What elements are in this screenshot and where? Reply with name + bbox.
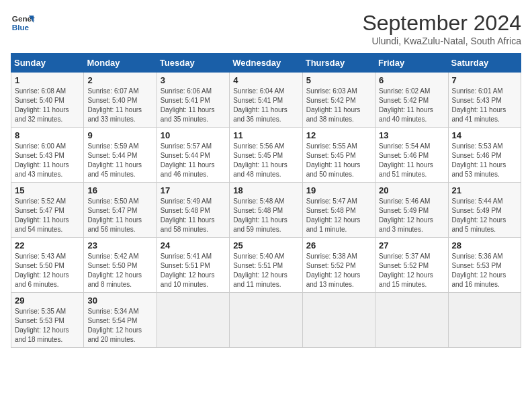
empty-day — [448, 293, 521, 348]
week-row-1: 1Sunrise: 6:08 AMSunset: 5:40 PMDaylight… — [11, 73, 521, 128]
week-row-4: 22Sunrise: 5:43 AMSunset: 5:50 PMDayligh… — [11, 238, 521, 293]
week-row-3: 15Sunrise: 5:52 AMSunset: 5:47 PMDayligh… — [11, 183, 521, 238]
day-28: 28Sunrise: 5:36 AMSunset: 5:53 PMDayligh… — [448, 238, 521, 293]
empty-day — [302, 293, 375, 348]
day-3: 3Sunrise: 6:06 AMSunset: 5:41 PMDaylight… — [157, 73, 229, 128]
page-title: September 2024 — [362, 11, 521, 36]
day-7: 7Sunrise: 6:01 AMSunset: 5:43 PMDaylight… — [448, 73, 521, 128]
header-tuesday: Tuesday — [157, 54, 229, 73]
page-header: General Blue September 2024 Ulundi, KwaZ… — [11, 11, 521, 46]
header-saturday: Saturday — [448, 54, 521, 73]
day-6: 6Sunrise: 6:02 AMSunset: 5:42 PMDaylight… — [375, 73, 448, 128]
calendar-table: Sunday Monday Tuesday Wednesday Thursday… — [11, 53, 521, 348]
day-1: 1Sunrise: 6:08 AMSunset: 5:40 PMDaylight… — [11, 73, 84, 128]
week-row-2: 8Sunrise: 6:00 AMSunset: 5:43 PMDaylight… — [11, 128, 521, 183]
day-10: 10Sunrise: 5:57 AMSunset: 5:44 PMDayligh… — [157, 128, 229, 183]
day-18: 18Sunrise: 5:48 AMSunset: 5:48 PMDayligh… — [230, 183, 302, 238]
day-23: 23Sunrise: 5:42 AMSunset: 5:50 PMDayligh… — [84, 238, 157, 293]
day-12: 12Sunrise: 5:55 AMSunset: 5:45 PMDayligh… — [302, 128, 375, 183]
day-17: 17Sunrise: 5:49 AMSunset: 5:48 PMDayligh… — [157, 183, 229, 238]
header-monday: Monday — [84, 54, 157, 73]
empty-day — [157, 293, 229, 348]
day-19: 19Sunrise: 5:47 AMSunset: 5:48 PMDayligh… — [302, 183, 375, 238]
svg-text:Blue: Blue — [12, 23, 30, 32]
title-area: September 2024 Ulundi, KwaZulu-Natal, So… — [362, 11, 521, 46]
day-9: 9Sunrise: 5:59 AMSunset: 5:44 PMDaylight… — [84, 128, 157, 183]
day-26: 26Sunrise: 5:38 AMSunset: 5:52 PMDayligh… — [302, 238, 375, 293]
day-16: 16Sunrise: 5:50 AMSunset: 5:47 PMDayligh… — [84, 183, 157, 238]
day-20: 20Sunrise: 5:46 AMSunset: 5:49 PMDayligh… — [375, 183, 448, 238]
header-friday: Friday — [375, 54, 448, 73]
day-2: 2Sunrise: 6:07 AMSunset: 5:40 PMDaylight… — [84, 73, 157, 128]
week-row-5: 29Sunrise: 5:35 AMSunset: 5:53 PMDayligh… — [11, 293, 521, 348]
empty-day — [230, 293, 302, 348]
header-thursday: Thursday — [302, 54, 375, 73]
header-sunday: Sunday — [11, 54, 84, 73]
day-15: 15Sunrise: 5:52 AMSunset: 5:47 PMDayligh… — [11, 183, 84, 238]
day-27: 27Sunrise: 5:37 AMSunset: 5:52 PMDayligh… — [375, 238, 448, 293]
day-13: 13Sunrise: 5:54 AMSunset: 5:46 PMDayligh… — [375, 128, 448, 183]
page-subtitle: Ulundi, KwaZulu-Natal, South Africa — [362, 36, 521, 46]
day-11: 11Sunrise: 5:56 AMSunset: 5:45 PMDayligh… — [230, 128, 302, 183]
day-30: 30Sunrise: 5:34 AMSunset: 5:54 PMDayligh… — [84, 293, 157, 348]
day-22: 22Sunrise: 5:43 AMSunset: 5:50 PMDayligh… — [11, 238, 84, 293]
day-29: 29Sunrise: 5:35 AMSunset: 5:53 PMDayligh… — [11, 293, 84, 348]
day-4: 4Sunrise: 6:04 AMSunset: 5:41 PMDaylight… — [230, 73, 302, 128]
day-24: 24Sunrise: 5:41 AMSunset: 5:51 PMDayligh… — [157, 238, 229, 293]
logo-icon: General Blue — [11, 11, 35, 35]
header-wednesday: Wednesday — [230, 54, 302, 73]
weekday-header-row: Sunday Monday Tuesday Wednesday Thursday… — [11, 54, 521, 73]
logo: General Blue — [11, 11, 38, 35]
empty-day — [375, 293, 448, 348]
day-8: 8Sunrise: 6:00 AMSunset: 5:43 PMDaylight… — [11, 128, 84, 183]
day-21: 21Sunrise: 5:44 AMSunset: 5:49 PMDayligh… — [448, 183, 521, 238]
day-25: 25Sunrise: 5:40 AMSunset: 5:51 PMDayligh… — [230, 238, 302, 293]
day-14: 14Sunrise: 5:53 AMSunset: 5:46 PMDayligh… — [448, 128, 521, 183]
day-5: 5Sunrise: 6:03 AMSunset: 5:42 PMDaylight… — [302, 73, 375, 128]
